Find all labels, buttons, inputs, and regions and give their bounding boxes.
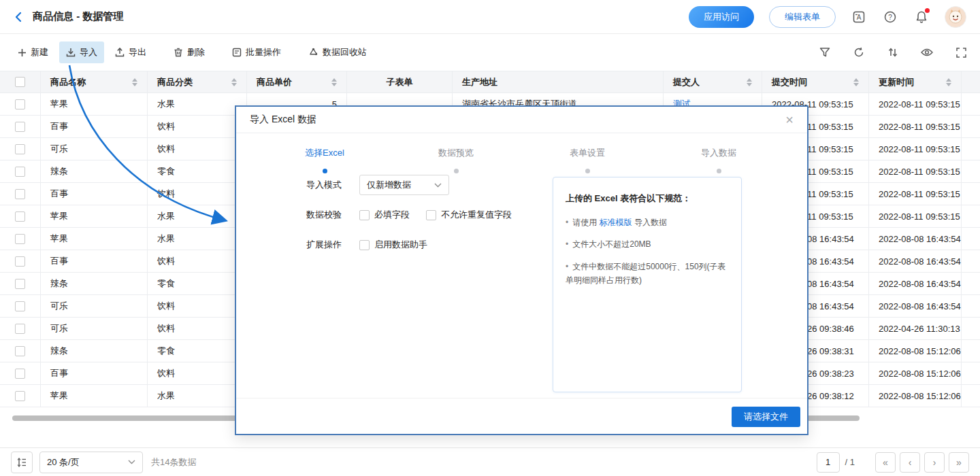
data-assistant-option[interactable]: 启用数据助手 bbox=[359, 239, 427, 251]
data-assistant-checkbox[interactable] bbox=[359, 240, 370, 250]
sort-toggle-icon[interactable] bbox=[741, 78, 752, 86]
cell-product-name: 百事 bbox=[41, 116, 148, 138]
step-dot bbox=[454, 169, 459, 173]
next-page-button[interactable]: › bbox=[924, 452, 945, 473]
standard-template-link[interactable]: 标准模版 bbox=[600, 218, 632, 227]
import-button[interactable]: 导入 bbox=[59, 41, 104, 63]
trash-icon bbox=[174, 48, 183, 57]
row-checkbox[interactable] bbox=[15, 211, 25, 222]
cell-filler bbox=[962, 385, 980, 407]
sort-toggle-icon[interactable] bbox=[127, 78, 137, 86]
cell-update-time: 2022-08-08 16:43:54 bbox=[869, 273, 962, 295]
recycle-bin-button[interactable]: 数据回收站 bbox=[301, 41, 374, 63]
cell-category: 水果 bbox=[148, 385, 247, 407]
notification-bell-icon[interactable] bbox=[913, 9, 930, 25]
top-header: 商品信息 - 数据管理 应用访问 编辑表单 A ? bbox=[0, 0, 980, 34]
back-icon[interactable] bbox=[14, 12, 23, 22]
cell-category: 饮料 bbox=[148, 362, 247, 385]
sort-toggle-icon[interactable] bbox=[941, 78, 951, 86]
avatar[interactable] bbox=[945, 6, 966, 28]
cell-update-time: 2022-08-08 15:12:06 bbox=[869, 385, 962, 407]
cell-category: 饮料 bbox=[148, 250, 247, 273]
cell-product-name: 百事 bbox=[41, 183, 148, 205]
recycle-icon bbox=[308, 48, 318, 57]
step-data-preview: 数据预览 bbox=[415, 147, 497, 173]
required-fields-option[interactable]: 必填字段 bbox=[359, 209, 410, 221]
row-height-icon[interactable] bbox=[11, 452, 33, 473]
rules-title: 上传的 Excel 表符合以下规范： bbox=[566, 192, 729, 205]
row-checkbox[interactable] bbox=[15, 391, 25, 401]
no-duplicate-option[interactable]: 不允许重复值字段 bbox=[426, 209, 512, 221]
edit-form-button[interactable]: 编辑表单 bbox=[769, 6, 836, 28]
cell-update-time: 2022-08-08 16:43:54 bbox=[869, 295, 962, 318]
sort-toggle-icon[interactable] bbox=[326, 78, 337, 86]
modal-header: 导入 Excel 数据 × bbox=[236, 107, 807, 133]
column-header-address: 生产地址 bbox=[453, 71, 664, 93]
svg-text:?: ? bbox=[888, 13, 892, 20]
row-checkbox[interactable] bbox=[15, 189, 25, 199]
pagination-bar: 20 条/页 共14条数据 / 1 « ‹ › » bbox=[0, 447, 980, 476]
import-options-form: 导入模式 仅新增数据 数据校验 必填字段 不允许重复值字段 扩展操作 bbox=[306, 175, 512, 265]
column-header-submit-time[interactable]: 提交时间 bbox=[762, 71, 869, 93]
filter-icon[interactable] bbox=[817, 44, 833, 61]
delete-button[interactable]: 删除 bbox=[167, 41, 212, 63]
row-checkbox[interactable] bbox=[15, 144, 25, 154]
first-page-button[interactable]: « bbox=[875, 452, 896, 473]
row-checkbox[interactable] bbox=[15, 122, 25, 132]
column-header-submitter[interactable]: 提交人 bbox=[664, 71, 762, 93]
export-icon bbox=[115, 48, 125, 57]
fullscreen-icon[interactable] bbox=[953, 44, 969, 61]
column-header-product-name[interactable]: 商品名称 bbox=[41, 71, 148, 93]
column-header-category[interactable]: 商品分类 bbox=[148, 71, 247, 93]
row-checkbox[interactable] bbox=[15, 234, 25, 244]
app-root: 商品信息 - 数据管理 应用访问 编辑表单 A ? 新建 bbox=[0, 0, 980, 476]
cell-product-name: 苹果 bbox=[41, 205, 148, 228]
help-icon[interactable]: ? bbox=[882, 9, 898, 25]
cell-update-time: 2022-08-11 09:53:15 bbox=[869, 116, 962, 138]
row-checkbox[interactable] bbox=[15, 279, 25, 289]
sort-icon[interactable] bbox=[885, 44, 901, 61]
prev-page-button[interactable]: ‹ bbox=[900, 452, 920, 473]
batch-operations-button[interactable]: 批量操作 bbox=[225, 41, 288, 63]
select-all-checkbox[interactable] bbox=[15, 77, 25, 87]
modal-title: 导入 Excel 数据 bbox=[250, 114, 316, 126]
page-title: 商品信息 - 数据管理 bbox=[33, 10, 123, 23]
last-page-button[interactable]: » bbox=[949, 452, 969, 473]
close-icon[interactable]: × bbox=[785, 113, 794, 126]
new-button[interactable]: 新建 bbox=[11, 41, 55, 63]
sort-toggle-icon[interactable] bbox=[226, 78, 237, 86]
column-header-update-time[interactable]: 更新时间 bbox=[869, 71, 962, 93]
row-checkbox[interactable] bbox=[15, 301, 25, 311]
sort-toggle-icon[interactable] bbox=[848, 78, 859, 86]
import-mode-select[interactable]: 仅新增数据 bbox=[359, 175, 449, 195]
language-icon[interactable]: A bbox=[851, 9, 867, 25]
cell-category: 零食 bbox=[148, 273, 247, 295]
column-header-price[interactable]: 商品单价 bbox=[247, 71, 347, 93]
select-file-button[interactable]: 请选择文件 bbox=[732, 407, 800, 427]
row-checkbox[interactable] bbox=[15, 99, 25, 109]
column-header-subform: 子表单 bbox=[347, 71, 453, 93]
cell-category: 零食 bbox=[148, 340, 247, 362]
cell-product-name: 辣条 bbox=[41, 273, 148, 295]
page-number-input[interactable] bbox=[817, 452, 840, 473]
row-checkbox[interactable] bbox=[15, 167, 25, 177]
chevron-down-icon bbox=[434, 183, 442, 188]
export-button[interactable]: 导出 bbox=[108, 41, 153, 63]
cell-filler bbox=[962, 93, 980, 116]
topbar-actions: 应用访问 编辑表单 A ? bbox=[689, 6, 966, 28]
rule-item: •文件中数据不能超过50000行、150列(子表单明细同样占用行数) bbox=[566, 260, 729, 288]
row-checkbox[interactable] bbox=[15, 369, 25, 379]
no-duplicate-checkbox[interactable] bbox=[426, 210, 436, 220]
refresh-icon[interactable] bbox=[851, 44, 867, 61]
row-checkbox[interactable] bbox=[15, 324, 25, 334]
app-access-button[interactable]: 应用访问 bbox=[689, 6, 754, 28]
cell-filler bbox=[962, 273, 980, 295]
eye-icon[interactable] bbox=[919, 44, 935, 61]
required-fields-checkbox[interactable] bbox=[359, 210, 370, 220]
row-checkbox[interactable] bbox=[15, 256, 25, 267]
page-size-select[interactable]: 20 条/页 bbox=[39, 452, 143, 473]
cell-update-time: 2022-08-11 09:53:15 bbox=[869, 160, 962, 183]
pager: / 1 « ‹ › » bbox=[817, 452, 969, 473]
row-checkbox[interactable] bbox=[15, 346, 25, 356]
cell-update-time: 2022-08-08 15:12:06 bbox=[869, 340, 962, 362]
